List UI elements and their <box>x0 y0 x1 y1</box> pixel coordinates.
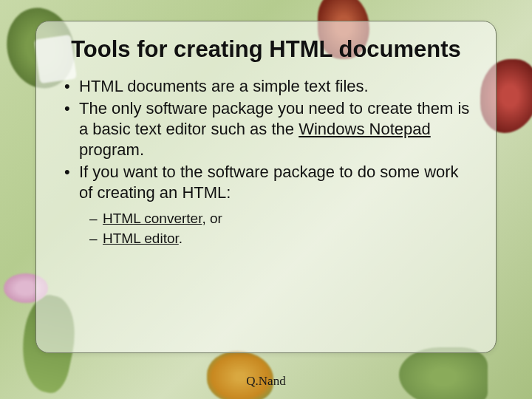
list-item: HTML documents are a simple text files. <box>61 76 475 97</box>
slide-title: Tools for creating HTML documents <box>57 36 475 63</box>
list-item: The only software package you need to cr… <box>61 98 475 160</box>
bullet-text: . <box>179 231 183 246</box>
bullet-text: program. <box>79 140 144 159</box>
list-item: HTML editor. <box>89 228 475 249</box>
bullet-list: HTML documents are a simple text files. … <box>57 76 475 204</box>
list-item: HTML converter, or <box>89 208 475 229</box>
slide-card: Tools for creating HTML documents HTML d… <box>35 21 497 353</box>
sub-bullet-list: HTML converter, or HTML editor. <box>57 208 475 249</box>
decorative-succulent <box>399 347 488 399</box>
underlined-text: HTML editor <box>103 231 179 246</box>
underlined-text: HTML converter <box>103 211 202 226</box>
list-item: If you want to the software package to d… <box>61 162 475 203</box>
slide-footer: Q.Nand <box>0 374 532 389</box>
underlined-text: Windows Notepad <box>299 120 431 138</box>
bullet-text: HTML documents are a simple text files. <box>79 77 369 95</box>
bullet-text: , or <box>202 211 222 226</box>
bullet-text: If you want to the software package to d… <box>79 163 459 202</box>
